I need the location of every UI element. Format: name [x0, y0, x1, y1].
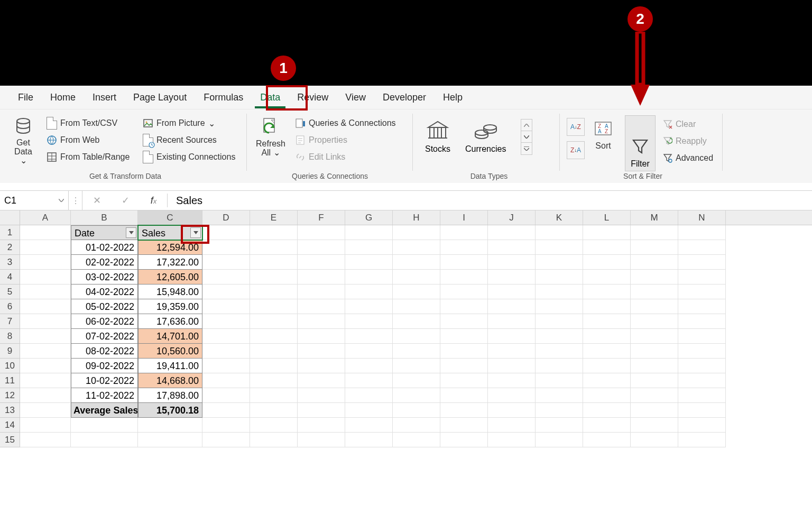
refresh-all-button[interactable]: Refresh All ⌄ [253, 115, 289, 159]
cell[interactable] [488, 388, 536, 403]
cell-date[interactable]: 02-02-2022 [71, 255, 138, 270]
filter-dropdown-button[interactable] [126, 227, 136, 238]
cell[interactable] [631, 329, 678, 344]
cell[interactable] [345, 418, 393, 433]
chevron-down-icon[interactable] [521, 131, 532, 143]
name-box[interactable]: C1 [0, 191, 69, 210]
cell[interactable] [536, 344, 583, 359]
cell[interactable] [678, 299, 726, 314]
cell[interactable] [202, 433, 250, 447]
cell[interactable] [202, 314, 250, 329]
row-header[interactable]: 14 [0, 418, 20, 433]
cell[interactable] [631, 284, 678, 299]
cell[interactable] [536, 225, 583, 240]
col-header-H[interactable]: H [393, 210, 440, 225]
spreadsheet-grid[interactable]: A B C D E F G H I J K L M N 1DateSales20… [0, 210, 812, 447]
cell[interactable] [71, 433, 138, 447]
col-header-C[interactable]: C [138, 210, 202, 225]
cell[interactable] [345, 225, 393, 240]
cell[interactable] [583, 270, 631, 284]
cell[interactable] [250, 388, 298, 403]
cell[interactable] [345, 270, 393, 284]
cell[interactable] [440, 255, 488, 270]
cell[interactable] [488, 314, 536, 329]
cell[interactable] [631, 418, 678, 433]
col-header-E[interactable]: E [250, 210, 298, 225]
cell[interactable] [393, 433, 440, 447]
cell[interactable] [536, 314, 583, 329]
col-header-J[interactable]: J [488, 210, 536, 225]
get-data-button[interactable]: Get Data ⌄ [8, 115, 38, 167]
tab-insert[interactable]: Insert [84, 88, 125, 107]
cell-sales[interactable]: 19,411.00 [138, 359, 202, 373]
cell[interactable] [678, 359, 726, 373]
cell[interactable] [536, 299, 583, 314]
tab-page-layout[interactable]: Page Layout [125, 88, 195, 107]
cell[interactable] [678, 270, 726, 284]
row-header[interactable]: 7 [0, 314, 20, 329]
cell[interactable] [488, 270, 536, 284]
cell[interactable] [440, 359, 488, 373]
cell[interactable] [536, 284, 583, 299]
cell[interactable] [631, 359, 678, 373]
cell[interactable] [202, 359, 250, 373]
cell[interactable] [298, 240, 345, 255]
from-picture-button[interactable]: From Picture ⌄ [140, 115, 238, 132]
cell-date[interactable]: 11-02-2022 [71, 388, 138, 403]
cell[interactable] [440, 344, 488, 359]
fx-icon[interactable]: fx [151, 195, 157, 206]
cell[interactable] [20, 329, 71, 344]
cell[interactable] [393, 329, 440, 344]
cell[interactable] [536, 388, 583, 403]
cell[interactable] [536, 240, 583, 255]
cell-sales[interactable]: 14,701.00 [138, 329, 202, 344]
cell[interactable] [678, 344, 726, 359]
cell[interactable] [20, 433, 71, 447]
chevron-down-bar-icon[interactable] [521, 143, 532, 154]
cell[interactable] [393, 284, 440, 299]
cell[interactable] [678, 373, 726, 388]
cell[interactable] [440, 225, 488, 240]
cell[interactable] [536, 359, 583, 373]
cell[interactable] [250, 373, 298, 388]
cell[interactable] [250, 403, 298, 418]
cell[interactable] [440, 433, 488, 447]
cell[interactable] [631, 388, 678, 403]
cell[interactable] [298, 403, 345, 418]
row-header[interactable]: 13 [0, 403, 20, 418]
cell[interactable] [298, 314, 345, 329]
cell[interactable] [488, 403, 536, 418]
chevron-down-icon[interactable] [59, 199, 64, 202]
cell[interactable] [20, 255, 71, 270]
cell[interactable] [631, 240, 678, 255]
cell[interactable] [20, 284, 71, 299]
cell[interactable] [440, 418, 488, 433]
cell[interactable] [202, 270, 250, 284]
cell[interactable] [393, 403, 440, 418]
cell[interactable] [393, 299, 440, 314]
cell[interactable] [138, 418, 202, 433]
cell-sales[interactable]: 17,322.00 [138, 255, 202, 270]
queries-connections-button[interactable]: Queries & Connections [292, 115, 399, 132]
cell[interactable] [298, 433, 345, 447]
cell[interactable] [20, 270, 71, 284]
cell-sales[interactable]: 14,668.00 [138, 373, 202, 388]
cell[interactable] [631, 433, 678, 447]
tab-developer[interactable]: Developer [374, 88, 435, 107]
row-header[interactable]: 15 [0, 433, 20, 447]
cell[interactable] [583, 388, 631, 403]
row-header[interactable]: 4 [0, 270, 20, 284]
cell[interactable] [488, 299, 536, 314]
cell[interactable] [631, 373, 678, 388]
cell-sales[interactable]: 15,948.00 [138, 284, 202, 299]
col-header-K[interactable]: K [536, 210, 583, 225]
cell[interactable] [440, 284, 488, 299]
col-header-F[interactable]: F [298, 210, 345, 225]
cell-date[interactable]: 09-02-2022 [71, 359, 138, 373]
cell[interactable] [583, 225, 631, 240]
from-table-range-button[interactable]: From Table/Range [43, 149, 133, 166]
cell[interactable] [345, 299, 393, 314]
cell[interactable] [488, 433, 536, 447]
cell[interactable] [298, 270, 345, 284]
filter-button[interactable]: Filter [625, 115, 656, 171]
